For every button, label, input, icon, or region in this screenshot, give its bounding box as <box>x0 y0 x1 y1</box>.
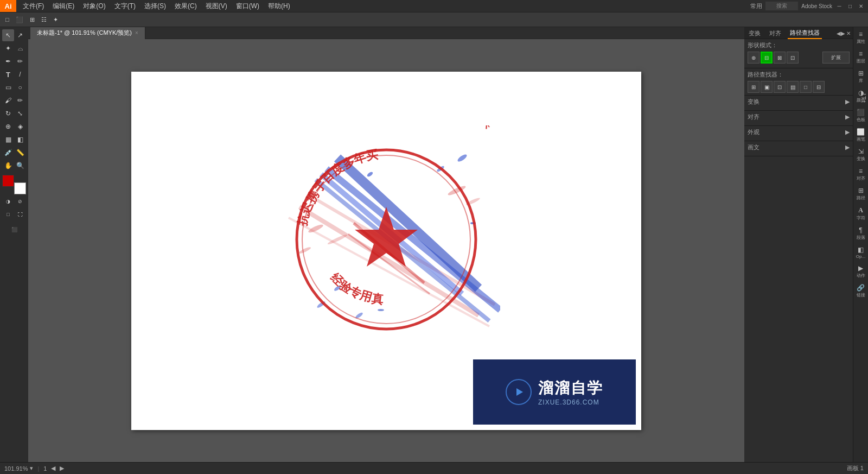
fr-links[interactable]: 🔗 链接 <box>856 283 866 299</box>
zoom-tool[interactable]: 🔍 <box>14 160 26 172</box>
options-item-2[interactable]: ⬛ <box>14 16 25 23</box>
title-bar: Ai 文件(F) 编辑(E) 对象(O) 文字(T) 选择(S) 效果(C) 视… <box>0 0 868 12</box>
fr-brushes[interactable]: ⬜ 画笔 <box>856 127 866 143</box>
zoom-dropdown-btn[interactable]: ▾ <box>30 465 33 472</box>
hand-tool[interactable]: ✋ <box>2 160 14 172</box>
bar-chart-tool[interactable]: ▦ <box>2 134 14 146</box>
minimize-button[interactable]: ─ <box>835 2 843 10</box>
fr-brushes-label: 画笔 <box>857 136 865 142</box>
background-color-swatch[interactable] <box>14 182 26 194</box>
fr-paragraph-label: 段落 <box>857 235 865 241</box>
draw-mode-btn[interactable]: ⬛ <box>2 224 26 236</box>
full-screen-btn[interactable]: ⛶ <box>14 208 26 220</box>
tab-pathfinder[interactable]: 路径查找器 <box>788 27 822 39</box>
ellipse-tool[interactable]: ○ <box>14 81 26 93</box>
minus-front-btn[interactable]: ⊟ <box>761 52 773 64</box>
page-nav-prev[interactable]: ◀ <box>51 465 55 472</box>
fr-layers[interactable]: ≡ 图层 <box>856 49 866 65</box>
menu-file[interactable]: 文件(F) <box>18 0 48 12</box>
fr-paragraph[interactable]: ¶ 段落 <box>856 225 866 242</box>
maximize-button[interactable]: □ <box>846 2 854 10</box>
fr-opacity[interactable]: ◧ Op... <box>855 245 866 260</box>
rectangle-tool[interactable]: ▭ <box>2 81 14 93</box>
crop-btn[interactable]: ▤ <box>787 81 799 93</box>
fr-properties[interactable]: ≡ 属性 <box>856 29 866 46</box>
appearance-panel-title[interactable]: 外观▶ <box>748 128 850 136</box>
lasso-tool[interactable]: ⌓ <box>14 42 26 54</box>
direct-selection-tool[interactable]: ↗ <box>14 29 26 41</box>
unite-btn[interactable]: ⊕ <box>748 52 760 64</box>
none-mode-btn[interactable]: ⊘ <box>14 195 26 207</box>
tab-close-btn[interactable]: × <box>135 30 138 36</box>
menu-edit[interactable]: 编辑(E) <box>48 0 79 12</box>
fr-transform-label: 变换 <box>857 156 865 162</box>
options-item-1[interactable]: □ <box>3 16 11 23</box>
fr-character[interactable]: A 字符 <box>856 205 866 222</box>
tool-group-brush: 🖌 ✏ <box>2 94 26 106</box>
add-anchor-tool[interactable]: ✏ <box>14 55 26 67</box>
tab-align[interactable]: 对齐 <box>767 27 783 39</box>
minus-back-btn[interactable]: ⊟ <box>813 81 825 93</box>
tab-transform[interactable]: 变换 <box>746 27 763 39</box>
svg-text:实: 实 <box>479 125 496 130</box>
paintbrush-tool[interactable]: 🖌 <box>2 94 14 106</box>
color-mode-btn[interactable]: ◑ <box>2 195 14 207</box>
pencil-tool[interactable]: ✏ <box>14 94 26 106</box>
fr-library[interactable]: ⊞ 库 <box>857 68 865 85</box>
menu-effect[interactable]: 效果(C) <box>170 0 201 12</box>
color-swatch-area[interactable] <box>2 175 26 194</box>
fr-align[interactable]: ≡ 对齐 <box>856 166 866 182</box>
panel-menu-btn[interactable]: ◀▶ <box>837 30 845 36</box>
close-button[interactable]: ✕ <box>857 2 865 10</box>
gradient-tool[interactable]: ◧ <box>14 134 26 146</box>
line-tool[interactable]: / <box>14 68 26 80</box>
options-item-4[interactable]: ☷ <box>39 16 49 23</box>
shape-modes-title: 形状模式： <box>748 41 850 49</box>
measure-tool[interactable]: 📏 <box>14 147 26 159</box>
merge-btn[interactable]: ⊡ <box>774 81 786 93</box>
magic-wand-tool[interactable]: ✦ <box>2 42 14 54</box>
menu-select[interactable]: 选择(S) <box>140 0 170 12</box>
symbol-tool[interactable]: ◈ <box>14 121 26 132</box>
menu-object[interactable]: 对象(O) <box>79 0 110 12</box>
text-tool[interactable]: T <box>2 68 14 80</box>
artboard-container: 抗迟携手百度多年买 真 实 经验专用真 <box>28 39 744 462</box>
menu-view[interactable]: 视图(V) <box>201 0 232 12</box>
panel-close-btn[interactable]: ✕ <box>846 30 851 36</box>
normal-view-btn[interactable]: □ <box>2 208 14 220</box>
selection-tool[interactable]: ↖ <box>2 29 14 41</box>
pen-tool[interactable]: ✒ <box>2 55 14 67</box>
foreground-color-swatch[interactable] <box>2 175 14 187</box>
fr-swatches[interactable]: ⬛ 色板 <box>856 108 866 124</box>
menu-type[interactable]: 文字(T) <box>110 0 140 12</box>
blend-tool[interactable]: ⊕ <box>2 121 14 132</box>
rotate-tool[interactable]: ↻ <box>2 108 14 119</box>
transform-panel-title[interactable]: 变换▶ <box>748 98 850 106</box>
options-item-3[interactable]: ⊞ <box>28 16 37 23</box>
fr-transform[interactable]: ⇲ 变换 <box>856 147 866 163</box>
tool-group-chart: ▦ ◧ <box>2 134 26 146</box>
exclude-btn[interactable]: ⊡ <box>787 52 799 64</box>
page-nav-next[interactable]: ▶ <box>60 465 64 472</box>
expand-btn[interactable]: 扩展 <box>822 52 850 64</box>
nav-panel-title[interactable]: 画文▶ <box>748 143 850 151</box>
divide-btn[interactable]: ⊞ <box>748 81 760 93</box>
tool-group-blend: ⊕ ◈ <box>2 121 26 132</box>
align-panel-title[interactable]: 对齐▶ <box>748 113 850 121</box>
fr-actions[interactable]: ▶ 动作 <box>856 263 866 280</box>
options-item-5[interactable]: ✦ <box>51 16 60 23</box>
outline-btn[interactable]: □ <box>800 81 812 93</box>
svg-marker-29 <box>516 388 523 396</box>
intersect-btn[interactable]: ⊠ <box>774 52 786 64</box>
fr-pathfinder-mini[interactable]: ⊞ 路径 <box>856 186 866 202</box>
scale-tool[interactable]: ⤡ <box>14 108 26 119</box>
menu-window[interactable]: 窗口(W) <box>232 0 264 12</box>
menu-help[interactable]: 帮助(H) <box>264 0 295 12</box>
zoom-value: 101.91% <box>4 465 28 472</box>
document-tab[interactable]: 未标题-1* @ 101.91% (CMYK/预览) × <box>30 27 145 39</box>
trim-btn[interactable]: ▣ <box>761 81 773 93</box>
pathfinder-title: 路径查找器： <box>748 71 850 79</box>
svg-point-5 <box>298 246 311 255</box>
eyedropper-tool[interactable]: 💉 <box>2 147 14 159</box>
tool-group-shape: ▭ ○ <box>2 81 26 93</box>
